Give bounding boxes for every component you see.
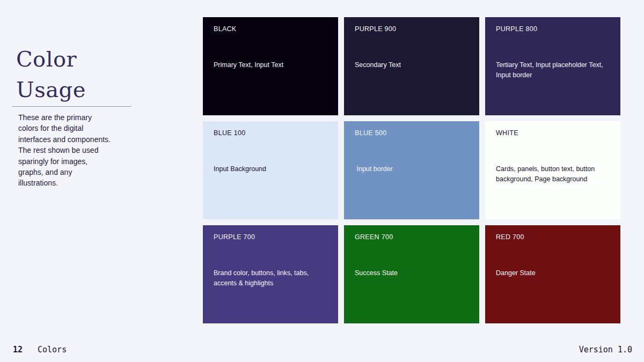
- swatch-usage: Success State: [355, 268, 472, 278]
- swatch-card-red-700: RED 700 Danger State: [485, 225, 620, 323]
- swatch-name: PURPLE 900: [355, 25, 473, 33]
- swatch-name: PURPLE 800: [496, 25, 614, 33]
- footer-section-label: Colors: [38, 345, 67, 354]
- swatch-name: PURPLE 700: [214, 233, 332, 241]
- swatch-name: WHITE: [496, 129, 614, 137]
- swatch-usage: Input border: [355, 164, 472, 174]
- swatch-usage: Secondary Text: [355, 60, 472, 70]
- intro-paragraph: These are the primary colors for the dig…: [18, 112, 114, 189]
- swatch-usage: Cards, panels, button text, button backg…: [496, 164, 613, 184]
- title-divider: [12, 106, 131, 107]
- swatch-card-purple-900: PURPLE 900 Secondary Text: [344, 17, 479, 115]
- swatch-card-white: WHITE Cards, panels, button text, button…: [485, 121, 620, 219]
- swatch-card-purple-700: PURPLE 700 Brand color, buttons, links, …: [203, 225, 338, 323]
- swatch-name: BLACK: [214, 25, 332, 33]
- swatch-name: BLUE 100: [214, 129, 332, 137]
- swatch-usage: Tertiary Text, Input placeholder Text, I…: [496, 60, 613, 80]
- swatch-name: RED 700: [496, 233, 614, 241]
- page-number: 12: [13, 345, 23, 354]
- version-label: Version 1.0: [579, 345, 632, 354]
- swatch-usage: Brand color, buttons, links, tabs, accen…: [214, 268, 331, 288]
- swatch-grid: BLACK Primary Text, Input Text PURPLE 90…: [203, 17, 620, 323]
- swatch-usage: Danger State: [496, 268, 613, 278]
- swatch-name: BLUE 500: [355, 129, 473, 137]
- swatch-usage: Input Background: [214, 164, 331, 174]
- swatch-card-green-700: GREEN 700 Success State: [344, 225, 479, 323]
- swatch-card-blue-500: BLUE 500 Input border: [344, 121, 479, 219]
- swatch-card-purple-800: PURPLE 800 Tertiary Text, Input placehol…: [485, 17, 620, 115]
- swatch-usage: Primary Text, Input Text: [214, 60, 331, 70]
- swatch-card-blue-100: BLUE 100 Input Background: [203, 121, 338, 219]
- page-title: Color Usage: [16, 44, 129, 105]
- color-usage-slide: Color Usage These are the primary colors…: [0, 0, 644, 362]
- swatch-card-black: BLACK Primary Text, Input Text: [203, 17, 338, 115]
- swatch-name: GREEN 700: [355, 233, 473, 241]
